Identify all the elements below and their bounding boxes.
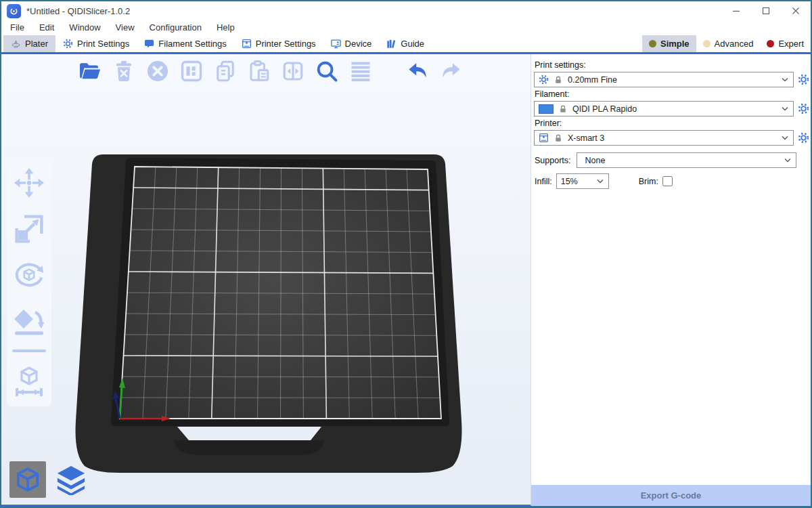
settings-panel: Print settings: 0.20mm Fine Filament: QI… (531, 54, 811, 506)
lock-icon (554, 75, 563, 85)
printer-icon (539, 133, 549, 143)
tab-guide[interactable]: Guide (379, 35, 432, 52)
split-to-objects-icon[interactable] (280, 58, 306, 84)
filament-value: QIDI PLA Rapido (572, 104, 637, 114)
tab-label: Print Settings (77, 39, 129, 49)
mode-expert[interactable]: Expert (760, 35, 811, 52)
tab-label: Guide (401, 39, 424, 49)
gizmo-toolbar (7, 157, 51, 406)
3d-viewport[interactable] (1, 54, 531, 506)
paste-icon[interactable] (246, 58, 272, 84)
printer-bed[interactable] (72, 153, 465, 477)
chevron-down-icon (781, 133, 789, 143)
minimize-button[interactable] (721, 1, 751, 20)
tab-label: Plater (25, 39, 48, 49)
rotate-icon[interactable] (12, 257, 47, 293)
window-title: *Untitled - QIDISlicer-1.0.2 (26, 6, 130, 16)
supports-combo[interactable]: None (577, 152, 796, 168)
gizmo-separator (12, 350, 46, 352)
lock-icon (554, 133, 563, 143)
menu-window[interactable]: Window (62, 20, 108, 35)
menu-configuration[interactable]: Configuration (142, 20, 209, 35)
move-icon[interactable] (12, 165, 47, 200)
infill-value: 15% (561, 177, 578, 186)
export-gcode-button[interactable]: Export G-code (531, 485, 811, 506)
view-switcher (9, 461, 89, 498)
supports-label: Supports: (535, 156, 571, 165)
tab-filament-settings[interactable]: Filament Settings (137, 35, 233, 52)
undo-icon[interactable] (405, 58, 430, 84)
menu-edit[interactable]: Edit (32, 20, 62, 35)
delete-icon[interactable] (111, 58, 137, 84)
infill-combo[interactable]: 15% (556, 173, 609, 189)
printer-gear-button[interactable] (798, 132, 809, 144)
gear-icon (539, 75, 549, 85)
close-button[interactable] (781, 1, 811, 20)
app-logo-icon (7, 4, 21, 18)
chevron-down-icon (784, 156, 792, 165)
tab-label: Filament Settings (158, 39, 226, 49)
print-settings-combo[interactable]: 0.20mm Fine (534, 72, 794, 87)
menu-view[interactable]: View (108, 20, 142, 35)
search-icon[interactable] (314, 58, 340, 84)
mode-simple[interactable]: Simple (642, 35, 696, 52)
expert-mode-dot (767, 40, 774, 47)
brim-checkbox[interactable] (662, 176, 673, 186)
maximize-button[interactable] (751, 1, 781, 20)
printer-icon (242, 39, 252, 49)
print-settings-value: 0.20mm Fine (568, 75, 617, 85)
menu-bar: File Edit Window View Configuration Help (1, 20, 811, 35)
guide-icon (386, 39, 397, 49)
scale-icon[interactable] (12, 211, 47, 247)
chevron-down-icon (781, 75, 789, 85)
filament-combo[interactable]: QIDI PLA Rapido (534, 101, 794, 117)
measure-icon[interactable] (12, 363, 47, 398)
redo-icon[interactable] (438, 58, 464, 84)
handle-cutout (177, 427, 321, 440)
delete-all-icon[interactable] (145, 58, 171, 84)
plater-icon (11, 39, 21, 49)
tab-device[interactable]: Device (323, 35, 380, 52)
supports-value: None (585, 156, 606, 165)
infill-label: Infill: (535, 177, 552, 186)
filament-label: Filament: (535, 89, 811, 99)
advanced-mode-dot (703, 40, 710, 47)
brim-label: Brim: (639, 177, 658, 186)
arrange-icon[interactable] (179, 58, 204, 84)
open-file-icon[interactable] (77, 58, 103, 84)
printer-label: Printer: (535, 119, 811, 128)
tab-print-settings[interactable]: Print Settings (55, 35, 137, 52)
copy-icon[interactable] (212, 58, 238, 84)
preview-view-icon[interactable] (53, 461, 89, 498)
chevron-down-icon (781, 104, 789, 114)
viewport-toolbar (77, 58, 464, 84)
tab-printer-settings[interactable]: Printer Settings (234, 35, 323, 52)
variable-layer-height-icon[interactable] (348, 58, 374, 84)
title-bar: *Untitled - QIDISlicer-1.0.2 (1, 1, 811, 20)
mode-label: Simple (660, 39, 690, 49)
mode-advanced[interactable]: Advanced (696, 35, 761, 52)
gear-icon (63, 39, 73, 49)
3d-editor-view-icon[interactable] (9, 461, 46, 498)
mode-label: Expert (778, 39, 804, 49)
device-icon (331, 39, 341, 49)
print-settings-gear-button[interactable] (798, 74, 809, 85)
chevron-down-icon (596, 177, 604, 186)
main-area: Print settings: 0.20mm Fine Filament: QI… (1, 54, 811, 506)
filament-icon (144, 39, 154, 49)
filament-color-swatch (539, 104, 554, 114)
lock-icon (558, 104, 568, 114)
app-window: *Untitled - QIDISlicer-1.0.2 File Edit W… (0, 0, 812, 508)
tabbar-spacer (432, 35, 642, 52)
mode-label: Advanced (715, 39, 754, 49)
menu-help[interactable]: Help (209, 20, 242, 35)
tab-label: Printer Settings (256, 39, 316, 49)
printer-combo[interactable]: X-smart 3 (534, 130, 794, 146)
menu-file[interactable]: File (3, 20, 32, 35)
window-controls (721, 1, 811, 20)
tab-plater[interactable]: Plater (3, 35, 55, 52)
place-on-face-icon[interactable] (12, 303, 47, 339)
filament-gear-button[interactable] (798, 103, 809, 114)
printer-value: X-smart 3 (568, 133, 604, 143)
tab-bar: Plater Print Settings Filament Settings … (1, 35, 811, 54)
